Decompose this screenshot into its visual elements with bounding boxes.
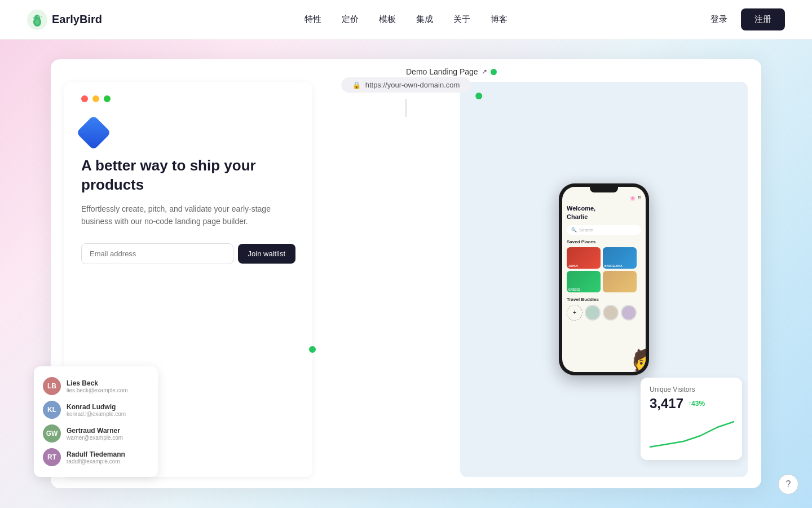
place-greece-label: GREECE (568, 288, 580, 291)
place-other (603, 271, 637, 292)
login-button[interactable]: 登录 (710, 14, 727, 25)
logo[interactable]: EarlyBird (27, 10, 102, 30)
url-line (406, 99, 407, 117)
search-placeholder: Search (579, 227, 593, 233)
nav-item-pricing[interactable]: 定价 (342, 14, 359, 25)
url-dot (475, 93, 482, 99)
place-barcelona: BARCELONA (603, 247, 637, 269)
nav-item-features[interactable]: 特性 (304, 14, 321, 25)
user-email-3: warner@example.com (67, 435, 123, 441)
stats-value: 3,417 (650, 396, 683, 411)
navbar: EarlyBird 特性 定价 模板 集成 关于 博客 登录 注册 (0, 0, 812, 40)
stats-chart (650, 416, 733, 452)
user-info-4: Radulf Tiedemann radulf@example.com (67, 450, 125, 465)
user-name-4: Radulf Tiedemann (67, 450, 125, 458)
user-email-4: radulf@example.com (67, 458, 125, 465)
join-waitlist-button[interactable]: Join waitlist (238, 244, 295, 264)
phone-screen: 🌸 ⠿ Welcome, Charlie 🔍 Search Saved Plac… (562, 187, 646, 372)
phone-notch (590, 187, 618, 192)
product-icon (76, 115, 111, 150)
phone-icon-2: ⠿ (638, 196, 641, 201)
saved-places-title: Saved Places (567, 239, 641, 244)
user-item-4: RT Radulf Tiedemann radulf@example.com (43, 445, 149, 469)
help-button[interactable]: ? (778, 474, 798, 494)
user-name-3: Gertraud Warner (67, 427, 123, 435)
lock-icon: 🔒 (352, 81, 361, 89)
buddy-1 (585, 305, 601, 321)
phone-icon-1: 🌸 (630, 196, 636, 201)
place-greece: GREECE (567, 271, 601, 292)
buddy-3 (621, 305, 637, 321)
stats-card: Unique Visitors 3,417 ↑43% (641, 378, 742, 460)
user-name-2: Konrad Ludwig (67, 403, 126, 411)
logo-text: EarlyBird (52, 13, 102, 26)
stats-title: Unique Visitors (650, 386, 733, 393)
phone-mockup: 🌸 ⠿ Welcome, Charlie 🔍 Search Saved Plac… (559, 183, 649, 375)
place-japan-label: JAPAN (568, 264, 578, 268)
avatar-3: GW (43, 424, 61, 443)
logo-icon (27, 10, 47, 30)
phone-header-icons: 🌸 ⠿ (567, 196, 641, 201)
nav-right: 登录 注册 (710, 8, 785, 30)
travel-buddies-title: Travel Buddies (567, 297, 641, 302)
svg-point-4 (38, 16, 39, 16)
nav-item-about[interactable]: 关于 (453, 14, 470, 25)
nav-item-templates[interactable]: 模板 (379, 14, 396, 25)
panel-green-dot (309, 346, 316, 353)
avatar-4: RT (43, 448, 61, 466)
right-panel: 🌸 ⠿ Welcome, Charlie 🔍 Search Saved Plac… (460, 82, 748, 477)
register-button[interactable]: 注册 (741, 8, 785, 30)
search-icon: 🔍 (571, 227, 577, 233)
tl-yellow (92, 95, 99, 102)
demo-label-container: Demo Landing Page ↗ (406, 67, 497, 76)
svg-point-5 (35, 19, 39, 25)
demo-label-text: Demo Landing Page (406, 67, 478, 76)
user-item-2: KL Konrad Ludwig konrad.l@example.com (43, 398, 149, 422)
buddy-add: + (567, 305, 582, 321)
demo-green-dot (491, 69, 497, 75)
phone-content: 🌸 ⠿ Welcome, Charlie 🔍 Search Saved Plac… (562, 187, 646, 325)
stats-badge: ↑43% (688, 400, 705, 408)
tl-green (104, 95, 111, 102)
place-japan: JAPAN (567, 247, 601, 269)
nav-links: 特性 定价 模板 集成 关于 博客 (304, 14, 508, 25)
place-barcelona-label: BARCELONA (604, 264, 623, 268)
main-container: 🔒 https://your-own-domain.com Demo Landi… (0, 40, 812, 508)
email-input[interactable] (81, 243, 233, 264)
avatar-1: LB (43, 377, 61, 395)
user-info-2: Konrad Ludwig konrad.l@example.com (67, 403, 126, 417)
phone-places: JAPAN BARCELONA GREECE (567, 247, 641, 292)
url-text: https://your-own-domain.com (365, 81, 460, 89)
user-item-1: LB Lies Beck lies.beck@example.com (43, 374, 149, 398)
user-info-1: Lies Beck lies.beck@example.com (67, 379, 128, 393)
nav-item-blog[interactable]: 博客 (491, 14, 508, 25)
nav-item-integrations[interactable]: 集成 (416, 14, 433, 25)
users-card: LB Lies Beck lies.beck@example.com KL Ko… (34, 366, 158, 477)
traffic-lights (81, 95, 295, 102)
phone-search: 🔍 Search (567, 225, 641, 235)
external-link-icon: ↗ (482, 68, 487, 76)
phone-welcome: Welcome, Charlie (567, 204, 641, 222)
email-form: Join waitlist (81, 243, 295, 264)
tl-red (81, 95, 88, 102)
product-headline: A better way to ship your products (81, 156, 295, 195)
product-subtext: Effortlessly create, pitch, and validate… (81, 203, 295, 228)
user-email-2: konrad.l@example.com (67, 411, 126, 417)
buddy-2 (603, 305, 619, 321)
user-info-3: Gertraud Warner warner@example.com (67, 427, 123, 441)
user-email-1: lies.beck@example.com (67, 387, 128, 393)
url-bar: 🔒 https://your-own-domain.com (341, 77, 471, 93)
phone-character: 🧑 (632, 349, 646, 372)
stats-number: 3,417 ↑43% (650, 396, 733, 411)
user-item-3: GW Gertraud Warner warner@example.com (43, 422, 149, 445)
user-name-1: Lies Beck (67, 379, 128, 387)
question-icon: ? (786, 479, 791, 489)
avatar-2: KL (43, 401, 61, 419)
phone-buddies: + (567, 305, 641, 321)
browser-card: Demo Landing Page ↗ A better way to ship… (51, 59, 761, 488)
